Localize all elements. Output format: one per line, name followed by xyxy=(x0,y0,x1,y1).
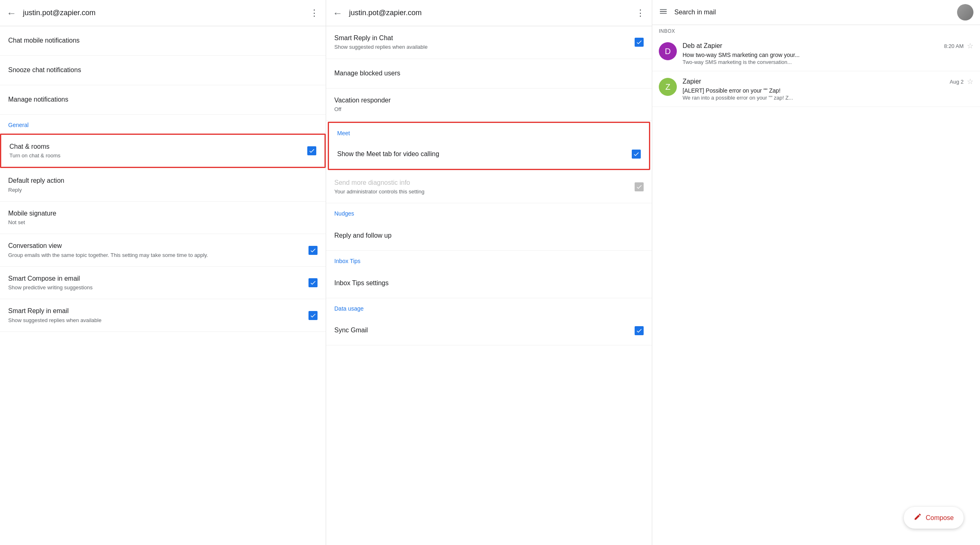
user-avatar[interactable] xyxy=(957,4,973,20)
middle-panel-header: ← justin.pot@zapier.com ⋮ xyxy=(326,0,652,26)
conversation-view-subtitle: Group emails with the same topic togethe… xyxy=(8,252,309,259)
compose-pencil-icon xyxy=(914,513,922,523)
deb-subject: How two-way SMS marketing can grow your.… xyxy=(683,52,973,58)
deb-preview: Two-way SMS marketing is the conversatio… xyxy=(683,59,973,65)
deb-star-icon[interactable]: ☆ xyxy=(967,41,973,50)
default-reply-title: Default reply action xyxy=(8,176,318,185)
inbox-header: Search in mail xyxy=(652,0,980,25)
middle-back-button[interactable]: ← xyxy=(333,7,343,19)
right-panel: Search in mail INBOX D Deb at Zapier 8:2… xyxy=(652,0,980,545)
email-item-deb[interactable]: D Deb at Zapier 8:20 AM ☆ How two-way SM… xyxy=(652,36,980,71)
manage-notifications-title: Manage notifications xyxy=(8,95,318,104)
smart-compose-checkbox[interactable] xyxy=(309,278,318,287)
settings-item-show-meet-tab[interactable]: Show the Meet tab for video calling xyxy=(329,139,649,169)
middle-more-button[interactable]: ⋮ xyxy=(636,8,645,18)
sync-gmail-title: Sync Gmail xyxy=(334,326,635,335)
search-bar-text: Search in mail xyxy=(674,9,951,16)
left-settings-list: Chat mobile notifications Snooze chat no… xyxy=(0,26,326,545)
deb-time: 8:20 AM ☆ xyxy=(944,41,973,50)
smart-reply-chat-subtitle: Show suggested replies when available xyxy=(334,43,635,51)
settings-item-inbox-tips-settings[interactable]: Inbox Tips settings xyxy=(326,269,652,298)
settings-item-reply-follow-up[interactable]: Reply and follow up xyxy=(326,221,652,251)
chat-rooms-checkbox[interactable] xyxy=(307,146,316,155)
settings-item-default-reply[interactable]: Default reply action Reply xyxy=(0,169,326,202)
email-item-zapier[interactable]: Z Zapier Aug 2 ☆ [ALERT] Possible error … xyxy=(652,71,980,107)
zapier-preview: We ran into a possible error on your "" … xyxy=(683,95,973,101)
data-usage-section-header: Data usage xyxy=(326,298,652,316)
settings-item-chat-rooms[interactable]: Chat & rooms Turn on chat & rooms xyxy=(0,134,326,168)
inbox-tips-label: Inbox Tips xyxy=(334,257,644,266)
smart-reply-chat-checkbox[interactable] xyxy=(635,38,644,47)
show-meet-tab-title: Show the Meet tab for video calling xyxy=(337,150,632,159)
manage-blocked-users-title: Manage blocked users xyxy=(334,69,644,78)
conversation-view-title: Conversation view xyxy=(8,241,309,250)
mobile-signature-subtitle: Not set xyxy=(8,219,318,226)
smart-compose-title: Smart Compose in email xyxy=(8,274,309,283)
settings-item-send-diagnostic[interactable]: Send more diagnostic info Your administr… xyxy=(326,171,652,204)
default-reply-subtitle: Reply xyxy=(8,186,318,194)
smart-reply-email-title: Smart Reply in email xyxy=(8,307,309,316)
left-panel: ← justin.pot@zapier.com ⋮ Chat mobile no… xyxy=(0,0,326,545)
settings-item-smart-reply-chat[interactable]: Smart Reply in Chat Show suggested repli… xyxy=(326,26,652,59)
chat-mobile-notifications-title: Chat mobile notifications xyxy=(8,36,318,45)
zapier-subject: [ALERT] Possible error on your "" Zap! xyxy=(683,87,973,94)
sync-gmail-checkbox[interactable] xyxy=(635,326,644,335)
settings-item-vacation-responder[interactable]: Vacation responder Off xyxy=(326,89,652,121)
left-panel-title: justin.pot@zapier.com xyxy=(23,9,310,17)
snooze-chat-title: Snooze chat notifications xyxy=(8,66,318,75)
settings-item-smart-reply-email[interactable]: Smart Reply in email Show suggested repl… xyxy=(0,299,326,332)
zapier-sender: Zapier xyxy=(683,78,701,85)
inbox-tips-section-header: Inbox Tips xyxy=(326,251,652,269)
general-section-header: General xyxy=(0,115,326,133)
settings-item-snooze-chat-notifications[interactable]: Snooze chat notifications xyxy=(0,56,326,85)
smart-reply-email-subtitle: Show suggested replies when available xyxy=(8,317,309,324)
send-diagnostic-subtitle: Your administrator controls this setting xyxy=(334,188,635,195)
vacation-responder-title: Vacation responder xyxy=(334,96,644,105)
reply-follow-up-title: Reply and follow up xyxy=(334,231,644,240)
mobile-signature-title: Mobile signature xyxy=(8,209,318,218)
middle-panel: ← justin.pot@zapier.com ⋮ Smart Reply in… xyxy=(326,0,652,545)
deb-sender: Deb at Zapier xyxy=(683,42,722,50)
left-more-button[interactable]: ⋮ xyxy=(310,8,319,18)
compose-label: Compose xyxy=(926,514,954,522)
meet-section-header: Meet xyxy=(329,123,649,139)
settings-item-mobile-signature[interactable]: Mobile signature Not set xyxy=(0,202,326,234)
data-usage-label: Data usage xyxy=(334,305,644,313)
settings-item-chat-mobile-notifications[interactable]: Chat mobile notifications xyxy=(0,26,326,56)
conversation-view-checkbox[interactable] xyxy=(309,246,318,255)
settings-item-manage-notifications[interactable]: Manage notifications xyxy=(0,85,326,115)
compose-button[interactable]: Compose xyxy=(904,507,964,529)
left-back-button[interactable]: ← xyxy=(7,7,16,19)
settings-item-conversation-view[interactable]: Conversation view Group emails with the … xyxy=(0,234,326,267)
meet-highlighted-section: Meet Show the Meet tab for video calling xyxy=(328,122,650,170)
zapier-time: Aug 2 ☆ xyxy=(950,77,973,86)
meet-label: Meet xyxy=(337,129,641,138)
settings-item-smart-compose[interactable]: Smart Compose in email Show predictive w… xyxy=(0,267,326,300)
show-meet-tab-checkbox[interactable] xyxy=(632,150,641,159)
vacation-responder-subtitle: Off xyxy=(334,106,644,113)
chat-rooms-title: Chat & rooms xyxy=(9,142,307,151)
inbox-tips-settings-title: Inbox Tips settings xyxy=(334,279,644,288)
left-panel-header: ← justin.pot@zapier.com ⋮ xyxy=(0,0,326,26)
middle-panel-title: justin.pot@zapier.com xyxy=(349,9,636,17)
nudges-section-header: Nudges xyxy=(326,203,652,221)
smart-reply-chat-title: Smart Reply in Chat xyxy=(334,34,635,43)
hamburger-icon[interactable] xyxy=(659,7,668,18)
middle-settings-list: Smart Reply in Chat Show suggested repli… xyxy=(326,26,652,545)
smart-compose-subtitle: Show predictive writing suggestions xyxy=(8,284,309,291)
smart-reply-email-checkbox[interactable] xyxy=(309,311,318,320)
general-label: General xyxy=(8,121,318,129)
settings-item-manage-blocked-users[interactable]: Manage blocked users xyxy=(326,59,652,89)
zapier-avatar: Z xyxy=(659,78,677,96)
nudges-label: Nudges xyxy=(334,210,644,218)
zapier-star-icon[interactable]: ☆ xyxy=(967,77,973,86)
send-diagnostic-checkbox xyxy=(635,182,644,191)
send-diagnostic-title: Send more diagnostic info xyxy=(334,178,635,187)
chat-rooms-subtitle: Turn on chat & rooms xyxy=(9,152,307,159)
inbox-label: INBOX xyxy=(652,25,980,36)
settings-item-sync-gmail[interactable]: Sync Gmail xyxy=(326,316,652,345)
deb-avatar: D xyxy=(659,42,677,60)
